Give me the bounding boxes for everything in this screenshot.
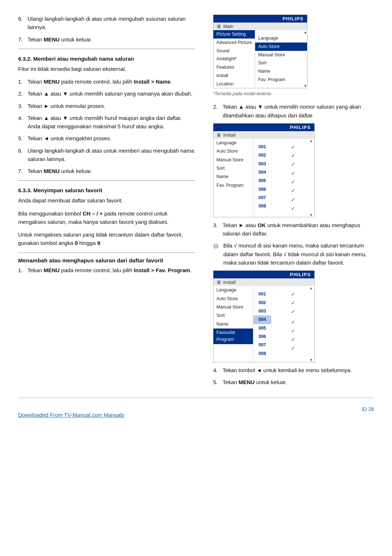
menu-item-sound: Sound <box>213 47 255 55</box>
check2-005: ✓ <box>271 318 314 327</box>
item-text: Tekan MENU pada remote control, lalu pil… <box>28 77 172 86</box>
num2-006: 006 <box>253 333 271 341</box>
section-632-item-5: 5. Tekan ◄ untuk mengakhiri proses. <box>18 134 195 142</box>
philips-left-col: Picture Setting Advanced Picture Sound A… <box>213 30 255 88</box>
item-number: 4. <box>213 366 220 374</box>
page-number: ID 28 <box>362 406 374 412</box>
check2-002: ✓ <box>271 299 314 307</box>
install-left-manualstore: Manual Store <box>213 156 253 164</box>
section-632-item-4: 4. Tekan ▲ atau ▼ untuk memilih huruf ma… <box>18 114 195 131</box>
divider-3 <box>18 253 195 253</box>
tip-text: Bila √ muncul di sisi kanan menu, maka s… <box>223 241 374 267</box>
num2-004: 004 <box>253 315 271 324</box>
section-633-heading: 6.3.3. Menyimpan saluran favorit <box>18 187 195 193</box>
install-body-2: Language Auto Store Manual Store Sort Na… <box>213 286 314 362</box>
section-632-intro: Fitur ini tidak tersedia bagi saluran ek… <box>18 65 195 73</box>
item-text: Tekan ► atau OK untuk menambahkan atau m… <box>222 221 374 238</box>
right-item-5: 5. Tekan MENU untuk keluar. <box>213 378 374 386</box>
right-item-favprogram: Fav. Program <box>255 76 307 84</box>
install-checks-col-2: ✓ ✓ ✓ ✓ ✓ ✓ ✓ <box>271 290 314 358</box>
install-main-row-1: 🖥 Install <box>213 131 314 139</box>
section-632-item-2: 2. Tekan ▲ atau ▼ untuk memilih saluran … <box>18 89 195 98</box>
left-column: 6. Ulangi langkah-langkah di atas untuk … <box>18 15 199 390</box>
section-632-heading: 6.3.2. Memberi atau mengubah nama salura… <box>18 56 195 62</box>
item-number: 4. <box>18 114 25 131</box>
check-003: ✓ <box>271 160 314 169</box>
install-left-favprogram: Fav. Program <box>213 181 253 190</box>
item-text: Tekan ▲ atau ▼ untuk memilih nomor salur… <box>222 102 374 120</box>
check2-007: ✓ <box>271 335 314 344</box>
num-008: 008 <box>253 202 271 210</box>
item-text: Ulangi langkah-langkah di atas untuk men… <box>28 15 195 32</box>
page-content: 6. Ulangi langkah-langkah di atas untuk … <box>18 15 374 390</box>
install-body-1: Language Auto Store Manual Store Sort Na… <box>213 139 314 217</box>
install-right-1: ▲ 001 002 003 004 005 006 007 008 <box>253 139 314 217</box>
section-633-para3: Untuk mengakses saluran yang tidak terca… <box>18 230 195 247</box>
tv-icon: 🖥 <box>216 132 221 138</box>
section-633-para2: Bila menggunakan tombol CH – / + pada re… <box>18 209 195 226</box>
divider-2 <box>18 180 195 181</box>
item-number: 3. <box>18 102 25 110</box>
right-item-language: Language <box>255 34 307 43</box>
install-label-1: Install <box>223 132 236 138</box>
item-text: Tekan MENU untuk keluar. <box>28 35 92 44</box>
menu-item-advanced-picture: Advanced Picture <box>213 39 255 47</box>
philips-right-col: ▲ Language Auto Store Manual Store Sort … <box>255 30 307 88</box>
check-007: ✓ <box>271 196 314 204</box>
item-number: 6. <box>18 15 25 32</box>
item-text: Ulangi langkah-langkah di atas untuk mem… <box>28 146 195 164</box>
check-001: ✓ <box>271 143 314 152</box>
num-004: 004 <box>253 168 271 177</box>
philips-brand-header: PHILIPS <box>213 15 307 23</box>
divider <box>18 49 195 49</box>
tv-icon: 🖥 <box>216 24 221 29</box>
num-002: 002 <box>253 151 271 160</box>
item-number: 5. <box>18 134 25 142</box>
right-item-4: 4. Tekan tombol ◄ untuk kembali ke menu … <box>213 366 374 374</box>
item-text: Tekan MENU pada remote control, lalu pil… <box>28 266 192 274</box>
install2-name: Name <box>213 320 253 329</box>
num2-001: 001 <box>253 290 271 298</box>
check2-006: ✓ <box>271 327 314 335</box>
num2-002: 002 <box>253 299 271 307</box>
install-left-2: Language Auto Store Manual Store Sort Na… <box>213 286 253 362</box>
num-005: 005 <box>253 177 271 185</box>
intro-item-6: 6. Ulangi langkah-langkah di atas untuk … <box>18 15 195 32</box>
item-text: Tekan tombol ◄ untuk kembali ke menu seb… <box>222 366 352 374</box>
check-006: ✓ <box>271 186 314 195</box>
item-number: 2. <box>18 89 25 98</box>
item-text: Tekan ► untuk memulai proses. <box>28 102 105 110</box>
item-text: Tekan MENU untuk keluar. <box>222 378 287 386</box>
item-number: 2. <box>213 102 220 120</box>
check-005: ✓ <box>271 178 314 186</box>
install2-manualstore: Manual Store <box>213 303 253 311</box>
footer-link[interactable]: Downloaded From TV-Manual.com Manuals <box>18 412 124 418</box>
num-003: 003 <box>253 160 271 168</box>
section-633-para1: Anda dapat membuat daftar saluran favori… <box>18 196 195 205</box>
install-left-sort: Sort <box>213 164 253 173</box>
check2-001: ✓ <box>271 290 314 299</box>
section-632-item-6: 6. Ulangi langkah-langkah di atas untuk … <box>18 146 195 164</box>
menu-item-location: Location <box>213 80 255 88</box>
num2-007: 007 <box>253 341 271 349</box>
section-632-item-7: 7. Tekan MENU untuk keluar. <box>18 167 195 175</box>
menu-item-install: Install <box>213 72 255 80</box>
install-brand-1: PHILIPS <box>213 124 314 131</box>
check-004: ✓ <box>271 169 314 178</box>
install-checks-col: ✓ ✓ ✓ ✓ ✓ ✓ ✓ ✓ <box>271 143 314 213</box>
install-menu-box-2: PHILIPS 🖥 Install Language Auto Store Ma… <box>213 270 315 362</box>
right-item-name: Name <box>255 67 307 76</box>
right-item-autostore: Auto Store <box>255 43 307 51</box>
install2-sort: Sort <box>213 311 253 320</box>
install-label-2: Install <box>223 279 236 285</box>
right-column: PHILIPS 🖥 Main Picture Setting Advanced … <box>209 15 374 390</box>
menu-item-features: Features <box>213 63 255 72</box>
right-item-manualstore: Manual Store <box>255 51 307 59</box>
tip-icon: ⊖ <box>213 241 220 267</box>
menu-footnote: *Tersedia pada model tertentu <box>213 91 374 96</box>
item-number: 7. <box>18 167 25 175</box>
philips-main-row: 🖥 Main <box>213 23 307 30</box>
item-text: Tekan ▲ atau ▼ untuk memilih huruf maupu… <box>28 114 195 131</box>
item-number: 6. <box>18 146 25 164</box>
install2-language: Language <box>213 286 253 294</box>
